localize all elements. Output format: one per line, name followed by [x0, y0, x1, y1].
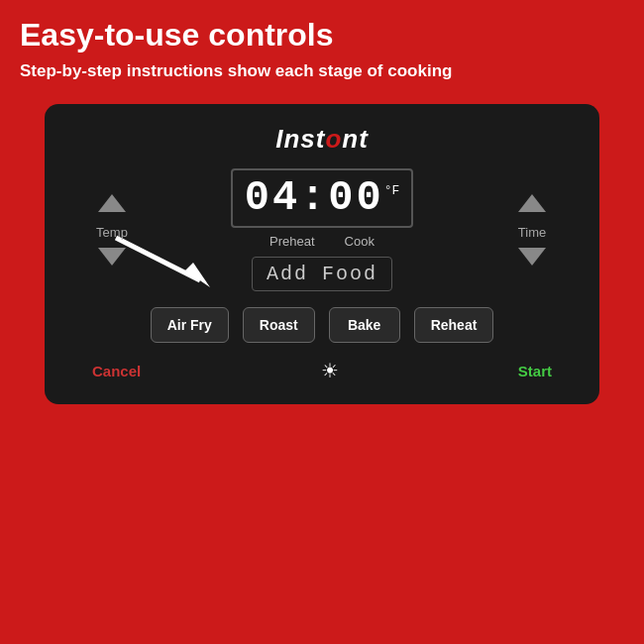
bake-button[interactable]: Bake	[329, 307, 400, 343]
time-down-arrow[interactable]	[518, 248, 546, 266]
brand-logo: Instont	[72, 124, 572, 155]
time-label: Time	[518, 225, 546, 240]
temp-unit: °F	[384, 183, 400, 198]
subtitle: Step-by-step instructions show each stag…	[20, 60, 624, 82]
preheat-label: Preheat	[269, 234, 315, 249]
time-up-arrow[interactable]	[518, 194, 546, 212]
cook-label: Cook	[345, 234, 375, 249]
buttons-row: Air Fry Roast Bake Reheat	[72, 307, 572, 343]
cancel-button[interactable]: Cancel	[92, 363, 141, 379]
header-section: Easy-to-use controls Step-by-step instru…	[0, 0, 644, 92]
bottom-row: Cancel ☀ Start	[72, 359, 572, 382]
time-display-box: 04:00°F	[231, 168, 414, 228]
reheat-button[interactable]: Reheat	[414, 307, 494, 343]
panel-container: Instont Temp 04:00°F Preheat Cook Add Fo…	[0, 92, 644, 424]
temp-label: Temp	[96, 225, 128, 240]
time-value: 04:00	[245, 174, 384, 222]
control-panel: Instont Temp 04:00°F Preheat Cook Add Fo…	[45, 104, 599, 404]
light-icon[interactable]: ☀	[321, 359, 339, 382]
center-display: 04:00°F Preheat Cook Add Food	[152, 168, 492, 291]
time-section: Time	[492, 194, 572, 266]
roast-button[interactable]: Roast	[243, 307, 315, 343]
main-title: Easy-to-use controls	[20, 18, 624, 53]
brand-text: Instont	[275, 124, 369, 154]
middle-row: Temp 04:00°F Preheat Cook Add Food Time	[72, 168, 572, 291]
preheat-cook-labels: Preheat Cook	[269, 234, 375, 249]
brand-o: o	[325, 124, 342, 154]
temp-up-arrow[interactable]	[98, 194, 126, 212]
add-food-display: Add Food	[252, 257, 392, 291]
start-button[interactable]: Start	[518, 363, 552, 379]
temp-section: Temp	[72, 194, 152, 266]
temp-down-arrow[interactable]	[98, 248, 126, 266]
air-fry-button[interactable]: Air Fry	[151, 307, 229, 343]
